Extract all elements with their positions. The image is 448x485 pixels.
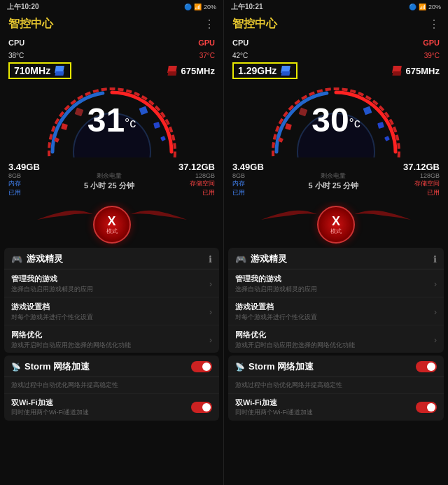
right-battery-icon: 20% [428,3,441,10]
svg-rect-13 [384,136,390,141]
left-dual-wifi-item[interactable]: 双Wi-Fi加速 同时使用两个Wi-Fi通道加速 [4,394,219,421]
left-mem-used: 3.49GB [8,162,40,172]
left-dashboard: CPU 38°C GPU 37°C 710MHz 675MHz [0,33,223,202]
left-cpu-freq: 710MHz [14,65,50,76]
right-storage-label: 存储空间 [403,179,440,188]
svg-rect-15 [363,106,372,115]
right-chevron-2: › [434,307,437,317]
left-storm-toggle[interactable] [191,361,212,372]
left-game-fairy-header: 🎮 游戏精灵 ℹ [4,248,219,269]
left-game-settings-item[interactable]: 游戏设置档 对每个游戏并进行个性化设置 › [4,297,219,325]
left-battery-label: 剩余电量 [84,171,134,181]
right-gamepad-icon: 🎮 [235,254,246,265]
right-memory-row: 3.49GB 8GB 内存 已用 剩余电量 5 小时 25 分钟 37.12GB… [232,162,440,197]
svg-rect-4 [153,122,160,129]
left-dual-wifi-toggle[interactable] [191,402,212,413]
left-phone-panel: 上午10:20 🔵 📶 20% 智控中心 ⋮ CPU 38°C GPU 37°C [0,0,224,485]
right-chevron-3: › [434,335,437,345]
right-manage-games-title: 管理我的游戏 [235,274,317,284]
right-manage-games-desc: 选择自动启用游戏精灵的应用 [235,285,317,294]
right-wing-right [355,206,411,223]
left-chevron-1: › [209,279,212,289]
right-network-opt-item[interactable]: 网络优化 游戏开启时自动应用您选择的网络优化功能 › [228,325,444,353]
right-mem-used: 3.49GB [232,162,264,172]
svg-rect-6 [74,108,83,117]
left-game-fairy-title: 游戏精灵 [27,253,63,265]
right-gpu-freq: 675MHz [406,66,440,76]
svg-rect-7 [139,106,148,115]
left-battery-section: 剩余电量 5 小时 25 分钟 [84,162,134,197]
left-manage-games-item[interactable]: 管理我的游戏 选择自动启用游戏精灵的应用 › [4,269,219,297]
right-mem-total: 8GB [232,172,264,179]
right-chevron-1: › [434,279,437,289]
svg-rect-10 [285,123,292,130]
left-storm-main-item: 游戏过程中自动优化网络并提高稳定性 [4,377,219,394]
left-game-settings-title: 游戏设置档 [11,302,93,312]
left-wing-left [37,206,93,223]
right-storm-title: Storm 网络加速 [248,360,314,373]
left-menu-button[interactable]: ⋮ [204,17,215,31]
left-time: 上午10:20 [7,2,39,12]
left-status-bar: 上午10:20 🔵 📶 20% [0,0,223,14]
right-status-bar: 上午10:21 🔵 📶 20% [224,0,448,14]
right-cpu-freq: 1.29GHz [238,65,276,76]
left-header: 智控中心 ⋮ [0,14,223,33]
left-manage-games-desc: 选择自动启用游戏精灵的应用 [11,285,93,294]
left-network-opt-item[interactable]: 网络优化 游戏开启时自动应用您选择的网络优化功能 › [4,325,219,353]
right-storm-title-row: 📡 Storm 网络加速 [235,360,314,373]
left-red-cube-icon [166,66,178,76]
right-wifi-icon: 📶 [419,3,426,10]
left-memory-row: 3.49GB 8GB 内存 已用 剩余电量 5 小时 25 分钟 37.12GB… [8,162,215,197]
right-manage-games-item[interactable]: 管理我的游戏 选择自动启用游戏精灵的应用 › [228,269,444,297]
left-gpu-freq-display: 675MHz [166,66,215,76]
right-header-title: 智控中心 [232,17,277,31]
right-storm-main-item: 游戏过程中自动优化网络并提高稳定性 [228,377,444,394]
right-menu-button[interactable]: ⋮ [428,17,440,31]
left-network-opt-desc: 游戏开启时自动应用您选择的网络优化功能 [11,341,131,350]
right-info-icon[interactable]: ℹ [433,254,437,265]
right-header: 智控中心 ⋮ [224,14,448,33]
right-mem-label2: 已用 [232,188,264,197]
left-storm-wifi-icon: 📡 [11,363,21,372]
right-dual-wifi-item[interactable]: 双Wi-Fi加速 同时使用两个Wi-Fi通道加速 [228,394,444,421]
left-storage-total: 128GB [178,172,215,179]
left-cpu-temp: 38°C [8,52,24,59]
left-wing-right [131,206,187,223]
left-storage-used: 37.12GB [178,162,215,172]
left-gpu-temp: 37°C [200,52,215,59]
right-temp-display: 30°c [312,104,360,137]
right-mem-label: 内存 [232,179,264,188]
right-game-settings-item[interactable]: 游戏设置档 对每个游戏并进行个性化设置 › [228,297,444,325]
left-status-icons: 🔵 📶 20% [184,3,216,10]
right-x-label: 模式 [330,227,342,235]
left-temperature: 31 [88,101,125,139]
left-cpu-gpu-row: CPU 38°C GPU 37°C [8,36,215,61]
svg-rect-5 [160,136,166,141]
left-chevron-3: › [209,335,212,345]
left-memory-block: 3.49GB 8GB 内存 已用 [8,162,40,197]
left-info-icon[interactable]: ℹ [209,254,212,265]
left-network-opt-title: 网络优化 [11,330,131,340]
right-network-opt-desc: 游戏开启时自动应用您选择的网络优化功能 [235,341,355,350]
left-freq-row: 710MHz 675MHz [8,62,215,79]
left-x-icon: X [107,215,115,227]
right-storm-main-desc: 游戏过程中自动优化网络并提高稳定性 [235,381,342,390]
right-x-mode-button[interactable]: X 模式 [317,206,355,244]
right-cpu-section: CPU 42°C [232,36,248,61]
right-dual-wifi-toggle[interactable] [416,402,437,413]
right-storm-toggle[interactable] [416,361,437,372]
left-gpu-label: GPU [198,38,215,47]
right-temperature: 30 [312,101,349,139]
right-x-icon: X [332,215,340,227]
left-temp-unit: °c [125,116,136,130]
right-storage-used: 37.12GB [403,162,440,172]
right-x-mode-area: X 模式 [224,206,448,244]
left-storage-label: 存储空间 [178,179,215,188]
left-x-mode-button[interactable]: X 模式 [93,206,131,244]
right-battery-time: 5 小时 25 分钟 [309,181,359,191]
right-bluetooth-icon: 🔵 [409,3,416,10]
right-game-fairy-section: 🎮 游戏精灵 ℹ 管理我的游戏 选择自动启用游戏精灵的应用 › 游戏设置档 对每… [228,248,444,353]
svg-rect-14 [299,108,308,117]
right-storm-wifi-icon: 📡 [235,363,245,372]
left-cpu-label: CPU [8,38,24,47]
